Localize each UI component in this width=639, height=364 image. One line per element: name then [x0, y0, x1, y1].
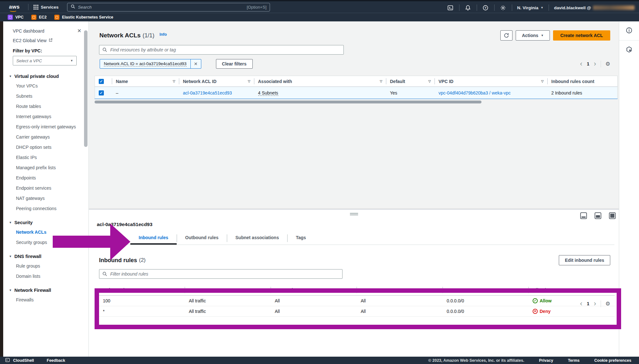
sidebar-section-network-firewall[interactable]: ▼ Network Firewall [3, 288, 89, 293]
sidebar-section-dns-firewall[interactable]: ▼ DNS firewall [3, 254, 89, 259]
select-all-checkbox[interactable]: ✓ [99, 79, 104, 84]
sort-icon[interactable]: ▽ [608, 288, 611, 292]
close-icon[interactable]: ✕ [77, 28, 81, 34]
sidebar-item-internet-gateways[interactable]: Internet gateways [3, 114, 77, 120]
edit-inbound-rules-button[interactable]: Edit inbound rules [559, 255, 610, 265]
refresh-button[interactable] [500, 30, 512, 41]
favorite-eks[interactable]: Elastic Kubernetes Service [54, 15, 113, 20]
page-number[interactable]: 1 [587, 61, 589, 66]
sidebar-item-rule-groups[interactable]: Rule groups [3, 263, 77, 269]
create-network-acl-button[interactable]: Create network ACL [553, 30, 610, 41]
sidebar-item-vpc-dashboard[interactable]: VPC dashboard [13, 28, 44, 34]
sidebar-item-peering-connections[interactable]: Peering connections [3, 206, 77, 212]
table-settings-gear-icon[interactable]: ⚙ [601, 300, 610, 307]
sidebar-item-ec2-global-view[interactable]: EC2 Global View [13, 38, 47, 43]
associated-subnets-link[interactable]: 4 Subnets [258, 90, 278, 96]
sort-icon[interactable]: ▽ [522, 288, 525, 292]
table-settings-gear-icon[interactable]: ⚙ [601, 61, 610, 67]
column-header-vpc-id[interactable]: VPC ID▽ [435, 76, 548, 87]
table-row[interactable]: ✓ – acl-0a3719e4ca51ecd93 4 Subnets Yes … [95, 87, 618, 99]
sort-icon[interactable]: ▽ [173, 80, 175, 83]
split-panel-drag-handle[interactable] [350, 212, 358, 216]
sidebar-item-your-vpcs[interactable]: Your VPCs [3, 83, 77, 89]
favorite-ec2[interactable]: EC2 [31, 15, 47, 20]
acl-id-link[interactable]: acl-0a3719e4ca51ecd93 [183, 90, 232, 95]
sidebar-item-firewalls[interactable]: Firewalls [3, 297, 77, 303]
aws-logo[interactable]: aws [9, 4, 20, 10]
info-link[interactable]: Info [159, 32, 167, 37]
inbound-rules-filter-input[interactable] [99, 269, 343, 279]
panel-size-medium-button[interactable] [595, 212, 601, 219]
page-number[interactable]: 1 [587, 301, 589, 306]
sort-icon[interactable]: ▽ [436, 288, 439, 292]
terms-link[interactable]: Terms [568, 358, 580, 363]
row-checkbox[interactable]: ✓ [99, 90, 104, 95]
sort-icon[interactable]: ▽ [428, 80, 431, 83]
favorite-vpc[interactable]: VPC [8, 15, 24, 20]
settings-gear-icon[interactable] [500, 4, 507, 11]
cloudshell-icon[interactable] [447, 4, 454, 11]
panel-size-large-button[interactable] [609, 212, 616, 219]
sidebar-section-security[interactable]: ▼ Security [3, 220, 89, 225]
sidebar-scrollbar[interactable] [84, 30, 88, 147]
column-header-inbound-count[interactable]: Inbound rules count [548, 76, 618, 87]
column-header-type[interactable]: Type▽ [185, 284, 271, 295]
resource-filter-input[interactable] [99, 45, 344, 55]
sidebar-item-managed-prefix-lists[interactable]: Managed prefix lists [3, 165, 77, 171]
sidebar-item-route-tables[interactable]: Route tables [3, 103, 77, 110]
sidebar-item-subnets[interactable]: Subnets [3, 93, 77, 99]
sidebar-item-network-acls[interactable]: Network ACLs [3, 229, 77, 235]
column-header-allow-deny[interactable]: Allow/Deny▽ [529, 284, 615, 295]
page-prev-icon[interactable]: ‹ [580, 60, 582, 68]
column-header-port-range[interactable]: Port range▽ [357, 284, 443, 295]
sidebar-item-dhcp-option-sets[interactable]: DHCP option sets [3, 144, 77, 150]
page-next-icon[interactable]: › [594, 300, 596, 308]
footer-cloudshell[interactable]: CloudShell [5, 358, 34, 363]
sidebar-item-elastic-ips[interactable]: Elastic IPs [3, 155, 77, 161]
global-search-input[interactable] [78, 5, 244, 10]
sidebar-section-vpc[interactable]: ▼ Virtual private cloud [3, 74, 89, 79]
table-horizontal-scrollbar[interactable] [95, 101, 617, 104]
sidebar-item-nat-gateways[interactable]: NAT gateways [3, 195, 77, 201]
sort-icon[interactable]: ▽ [350, 288, 353, 292]
column-header-name[interactable]: Name▽ [112, 76, 179, 87]
sort-icon[interactable]: ▽ [179, 288, 181, 292]
column-header-default[interactable]: Default▽ [386, 76, 435, 87]
column-header-associated-with[interactable]: Associated with▽ [254, 76, 386, 87]
account-menu[interactable]: david.blackwell @ [554, 5, 635, 10]
sidebar-item-carrier-gateways[interactable]: Carrier gateways [3, 134, 77, 140]
privacy-link[interactable]: Privacy [539, 358, 553, 363]
resources-panel-button[interactable] [619, 41, 639, 60]
sort-icon[interactable]: ▽ [265, 288, 267, 292]
column-header-source[interactable]: Source▽ [443, 284, 529, 295]
services-menu[interactable]: Services [34, 5, 59, 10]
sidebar-item-endpoint-services[interactable]: Endpoint services [3, 185, 77, 191]
actions-button[interactable]: Actions ▼ [516, 30, 550, 41]
vpc-filter-select[interactable]: Select a VPC ▼ [13, 56, 77, 65]
notifications-bell-icon[interactable] [465, 4, 472, 11]
tab-subnet-associations[interactable]: Subnet associations [227, 232, 287, 244]
page-next-icon[interactable]: › [594, 60, 596, 68]
tab-outbound-rules[interactable]: Outbound rules [177, 232, 227, 244]
rule-row-star[interactable]: * All traffic All All 0.0.0.0/0 ✕Deny [99, 306, 615, 316]
sidebar-item-egress-only[interactable]: Egress-only internet gateways [3, 124, 77, 130]
sort-icon[interactable]: ▽ [541, 80, 544, 83]
sidebar-item-endpoints[interactable]: Endpoints [3, 175, 77, 181]
rule-row-100[interactable]: 100 All traffic All All 0.0.0.0/0 ✓Allow [99, 295, 615, 306]
sort-icon[interactable]: ▽ [380, 80, 382, 83]
filter-tag-remove-icon[interactable]: ✕ [190, 59, 201, 68]
column-header-rule-number[interactable]: Rule number▽ [99, 284, 185, 295]
vpc-id-link[interactable]: vpc-04df404d79b620ba3 / weka-vpc [439, 90, 511, 95]
page-prev-icon[interactable]: ‹ [580, 300, 582, 308]
sort-icon[interactable]: ▽ [248, 80, 250, 83]
clear-filters-button[interactable]: Clear filters [216, 59, 253, 69]
sidebar-item-security-groups[interactable]: Security groups [3, 239, 77, 246]
panel-size-small-button[interactable] [580, 212, 587, 219]
global-search-box[interactable]: [Option+S] [67, 3, 270, 11]
cookie-preferences-link[interactable]: Cookie preferences [594, 358, 631, 363]
column-header-protocol[interactable]: Protocol▽ [271, 284, 357, 295]
help-icon[interactable]: ? [482, 4, 489, 11]
filter-tag[interactable]: Network ACL ID = acl-0a3719e4ca51ecd93 ✕ [100, 59, 201, 69]
tab-tags[interactable]: Tags [288, 232, 314, 244]
feedback-link[interactable]: Feedback [47, 358, 65, 363]
